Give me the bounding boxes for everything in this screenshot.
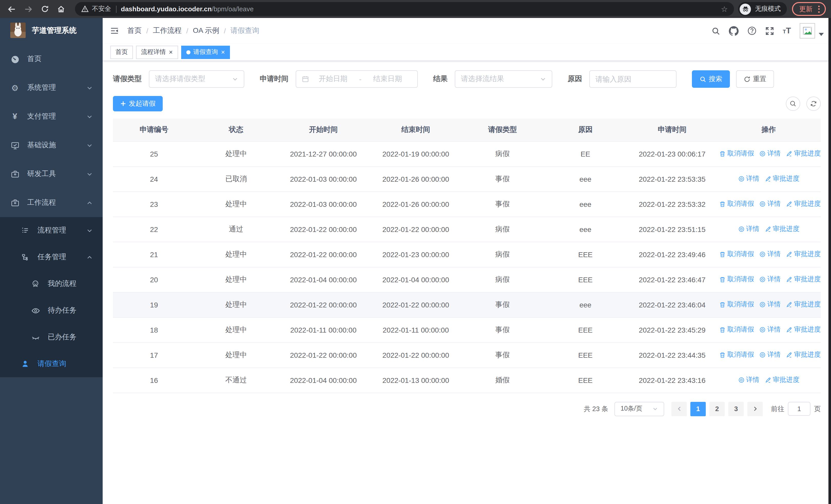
breadcrumb-item[interactable]: 首页 (127, 26, 142, 35)
tab-close-icon[interactable]: × (169, 49, 173, 55)
tab-label: 请假查询 (193, 48, 218, 56)
cell-status: 通过 (195, 216, 277, 242)
row-action-cancel-link[interactable]: 取消请假 (719, 300, 754, 309)
row-action-detail-link[interactable]: 详情 (759, 275, 781, 284)
create-leave-button[interactable]: 发起请假 (113, 96, 163, 111)
sidebar-item-home[interactable]: 首页 (0, 45, 103, 73)
tab-close-icon[interactable]: × (221, 49, 225, 55)
sidebar-item-leave-query[interactable]: 请假查询 (0, 351, 103, 377)
row-action-cancel-link[interactable]: 取消请假 (719, 350, 754, 359)
tab-leave-query[interactable]: 请假查询 × (181, 46, 230, 59)
browser-reload-button[interactable] (38, 2, 51, 16)
row-action-progress-link[interactable]: 审批进度 (786, 300, 821, 309)
address-bar[interactable]: 不安全 dashboard.yudao.iocoder.cn/bpm/oa/le… (75, 2, 734, 16)
browser-back-button[interactable] (5, 2, 19, 16)
row-action-progress-link[interactable]: 审批进度 (765, 225, 799, 234)
row-action-progress-link[interactable]: 审批进度 (786, 250, 821, 259)
chevron-down-icon (87, 171, 92, 177)
row-action-detail-link[interactable]: 详情 (759, 325, 781, 334)
edit-pen-icon (786, 301, 793, 308)
page-content: 请假类型 请选择请假类型 申请时间 开始日期 - 结束日期 (103, 61, 831, 504)
prev-page-button[interactable] (671, 402, 687, 416)
header-search-button[interactable] (711, 26, 720, 35)
tab-process-detail[interactable]: 流程详情 × (136, 46, 178, 59)
page-button-2[interactable]: 2 (709, 402, 725, 416)
goto-page-input[interactable] (788, 402, 810, 416)
toggle-search-button[interactable] (786, 96, 800, 111)
breadcrumb-item[interactable]: OA 示例 (193, 26, 220, 35)
sidebar-item-process-mgmt[interactable]: 流程管理 (0, 217, 103, 244)
sidebar-item-workflow[interactable]: 工作流程 (0, 188, 103, 217)
next-page-button[interactable] (747, 402, 763, 416)
broken-image-icon (803, 26, 812, 35)
page-scrollbar[interactable] (828, 18, 831, 504)
cell-reason: eee (543, 191, 628, 216)
bookmark-star-icon[interactable]: ☆ (721, 4, 728, 13)
font-size-button[interactable]: TT (783, 26, 791, 35)
row-action-cancel-link[interactable]: 取消请假 (719, 149, 754, 158)
apply-time-range-picker[interactable]: 开始日期 - 结束日期 (296, 70, 418, 88)
reset-button[interactable]: 重置 (736, 70, 774, 88)
github-link[interactable] (729, 26, 739, 36)
row-action-detail-link[interactable]: 详情 (759, 350, 781, 359)
result-select[interactable]: 请选择流结果 (455, 70, 552, 88)
row-action-cancel-link[interactable]: 取消请假 (719, 275, 754, 284)
row-action-cancel-link[interactable]: 取消请假 (719, 325, 754, 334)
user-menu[interactable] (800, 23, 824, 38)
result-label: 结果 (433, 75, 448, 84)
row-action-progress-link[interactable]: 审批进度 (786, 325, 821, 334)
list-icon (21, 226, 30, 235)
cell-start-time: 2022-01-04 00:00:00 (277, 367, 370, 393)
row-action-progress-link[interactable]: 审批进度 (765, 376, 799, 385)
cell-end-time: 2022-01-26 00:00:00 (370, 191, 462, 216)
sidebar-item-system[interactable]: ⚙ 系统管理 (0, 73, 103, 102)
row-action-progress-link[interactable]: 审批进度 (765, 174, 799, 183)
cell-end-time: 2022-01-22 00:00:00 (370, 342, 462, 367)
sidebar-collapse-button[interactable] (110, 26, 119, 35)
row-action-progress-link[interactable]: 审批进度 (786, 275, 821, 284)
row-action-detail-link[interactable]: 详情 (759, 250, 781, 259)
browser-home-button[interactable] (54, 2, 68, 16)
sidebar-item-payment[interactable]: ¥ 支付管理 (0, 102, 103, 131)
leave-type-select[interactable]: 请选择请假类型 (149, 70, 244, 88)
row-action-detail-link[interactable]: 详情 (759, 300, 781, 309)
row-action-detail-link[interactable]: 详情 (759, 199, 781, 209)
sidebar-item-todo-tasks[interactable]: 待办任务 (0, 297, 103, 324)
row-action-progress-link[interactable]: 审批进度 (786, 149, 821, 158)
fullscreen-button[interactable] (765, 26, 774, 35)
row-action-progress-link[interactable]: 审批进度 (786, 199, 821, 209)
row-action-detail-link[interactable]: 详情 (759, 149, 781, 158)
browser-update-button[interactable]: 更新 (792, 2, 826, 16)
edit-pen-icon (786, 150, 793, 157)
page-buttons: 123 (690, 402, 744, 416)
sidebar-item-task-mgmt[interactable]: 任务管理 (0, 244, 103, 270)
refresh-table-button[interactable] (806, 96, 821, 111)
row-action-detail-link[interactable]: 详情 (738, 376, 760, 385)
browser-forward-button[interactable] (22, 2, 35, 16)
help-button[interactable] (747, 26, 756, 35)
edit-pen-icon (765, 176, 771, 182)
cell-reason: EEE (543, 317, 628, 342)
sidebar-item-infrastructure[interactable]: 基础设施 (0, 131, 103, 159)
sidebar-item-done-tasks[interactable]: 已办任务 (0, 324, 103, 351)
cell-leave-type: 病假 (462, 141, 543, 166)
active-tab-dot (186, 50, 190, 54)
logo-image (10, 23, 26, 38)
row-action-cancel-link[interactable]: 取消请假 (719, 199, 754, 209)
page-size-select[interactable]: 10条/页 (614, 402, 664, 416)
sidebar-item-my-process[interactable]: 我的流程 (0, 270, 103, 297)
breadcrumb-item[interactable]: 工作流程 (153, 26, 182, 35)
cell-start-time: 2022-01-11 00:00:00 (277, 317, 370, 342)
reason-input[interactable] (590, 71, 676, 87)
sidebar-item-devtools[interactable]: 研发工具 (0, 159, 103, 188)
browser-menu-icon[interactable] (817, 4, 821, 13)
row-action-progress-link[interactable]: 审批进度 (786, 350, 821, 359)
tab-home[interactable]: 首页 (110, 46, 133, 59)
page-button-1[interactable]: 1 (690, 402, 706, 416)
page-button-3[interactable]: 3 (728, 402, 744, 416)
row-action-detail-link[interactable]: 详情 (738, 174, 760, 183)
chevron-up-icon (87, 200, 92, 206)
row-action-detail-link[interactable]: 详情 (738, 225, 760, 234)
row-action-cancel-link[interactable]: 取消请假 (719, 250, 754, 259)
search-button[interactable]: 搜索 (692, 70, 730, 88)
